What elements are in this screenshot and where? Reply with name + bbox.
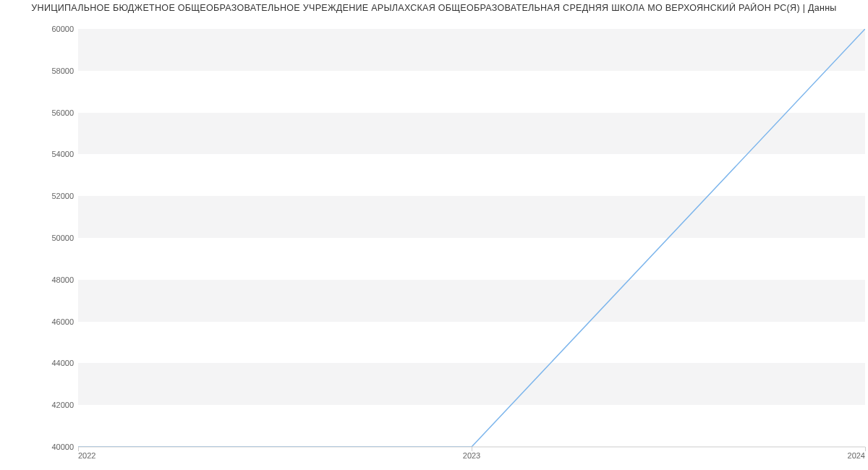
y-tick-label: 52000 <box>9 192 74 200</box>
grid-band <box>78 196 865 238</box>
x-tick-mark <box>865 447 866 451</box>
y-tick-label: 42000 <box>9 401 74 409</box>
y-tick-label: 40000 <box>9 443 74 451</box>
grid-band <box>78 363 865 405</box>
x-tick-label: 2023 <box>463 451 480 460</box>
x-tick-label: 2024 <box>848 451 865 460</box>
y-tick-label: 50000 <box>9 234 74 242</box>
y-tick-label: 60000 <box>9 25 74 33</box>
x-tick-label: 2022 <box>78 451 95 460</box>
y-tick-label: 58000 <box>9 67 74 75</box>
grid-band <box>78 113 865 155</box>
y-tick-label: 44000 <box>9 359 74 367</box>
y-tick-label: 54000 <box>9 150 74 158</box>
y-tick-label: 46000 <box>9 317 74 326</box>
line-chart: УНИЦИПАЛЬНОЕ БЮДЖЕТНОЕ ОБЩЕОБРАЗОВАТЕЛЬН… <box>0 0 868 470</box>
grid-band <box>78 29 865 71</box>
grid-band <box>78 280 865 322</box>
y-tick-label: 48000 <box>9 275 74 284</box>
y-tick-label: 56000 <box>9 108 74 117</box>
plot-area <box>78 29 865 447</box>
chart-title: УНИЦИПАЛЬНОЕ БЮДЖЕТНОЕ ОБЩЕОБРАЗОВАТЕЛЬН… <box>0 3 868 13</box>
